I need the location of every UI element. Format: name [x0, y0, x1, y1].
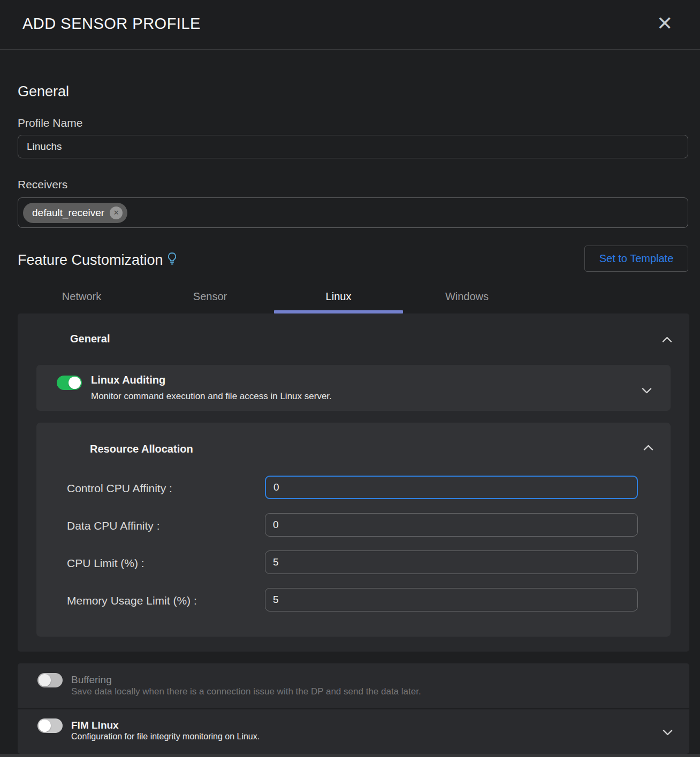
profile-name-label: Profile Name	[18, 117, 82, 129]
memory-usage-limit-label: Memory Usage Limit (%) :	[67, 594, 197, 607]
buffering-title: Buffering	[71, 674, 112, 686]
modal-title: ADD SENSOR PROFILE	[22, 15, 201, 33]
toggle-knob	[39, 674, 51, 686]
bulb-icon	[168, 253, 176, 269]
modal-footer-edge	[0, 754, 700, 757]
set-to-template-button[interactable]: Set to Template	[584, 246, 688, 272]
tab-windows[interactable]: Windows	[402, 282, 531, 311]
toggle-knob	[69, 377, 81, 389]
general-collapse-chevron-up-icon[interactable]	[662, 335, 672, 345]
profile-name-input[interactable]	[18, 135, 688, 158]
section-header-general: General	[70, 333, 110, 345]
fim-linux-description: Configuration for file integrity monitor…	[71, 732, 260, 741]
feature-customization-label: Feature Customization	[18, 252, 163, 269]
fim-linux-title: FIM Linux	[71, 720, 119, 731]
fim-linux-toggle[interactable]	[37, 718, 63, 733]
receivers-input[interactable]: default_receiver ✕	[18, 197, 688, 228]
general-heading: General	[18, 83, 69, 100]
buffering-card	[18, 663, 689, 708]
chip-remove-icon[interactable]: ✕	[110, 207, 123, 219]
receiver-chip-label: default_receiver	[32, 207, 104, 219]
fim-linux-chevron-down-icon[interactable]	[663, 728, 673, 738]
data-cpu-affinity-label: Data CPU Affinity :	[67, 519, 160, 532]
linux-auditing-description: Monitor command execution and file acces…	[91, 391, 332, 402]
toggle-knob	[39, 720, 51, 732]
tab-linux[interactable]: Linux	[274, 282, 403, 311]
add-sensor-profile-modal: ADD SENSOR PROFILE ✕ General Profile Nam…	[0, 0, 700, 757]
tab-network[interactable]: Network	[17, 282, 146, 311]
buffering-description: Save data locally when there is a connec…	[71, 686, 421, 697]
close-icon[interactable]: ✕	[653, 12, 676, 35]
tab-sensor[interactable]: Sensor	[146, 282, 275, 311]
data-cpu-affinity-input[interactable]	[265, 513, 638, 537]
receivers-label: Receivers	[18, 178, 67, 191]
modal-header: ADD SENSOR PROFILE ✕	[0, 0, 700, 50]
linux-auditing-card	[36, 365, 671, 411]
buffering-toggle[interactable]	[37, 673, 63, 687]
cpu-limit-input[interactable]	[265, 550, 638, 574]
receiver-chip: default_receiver ✕	[23, 203, 127, 223]
memory-usage-limit-input[interactable]	[265, 588, 638, 611]
resource-allocation-chevron-up-icon[interactable]	[643, 443, 653, 453]
feature-customization-heading: Feature Customization	[18, 251, 176, 269]
resource-allocation-title: Resource Allocation	[90, 443, 193, 455]
linux-auditing-title: Linux Auditing	[91, 374, 165, 386]
linux-auditing-toggle[interactable]	[57, 376, 82, 390]
control-cpu-affinity-input[interactable]	[265, 476, 638, 499]
control-cpu-affinity-label: Control CPU Affinity :	[67, 482, 172, 495]
cpu-limit-label: CPU Limit (%) :	[67, 557, 144, 570]
linux-auditing-chevron-down-icon[interactable]	[642, 386, 652, 396]
